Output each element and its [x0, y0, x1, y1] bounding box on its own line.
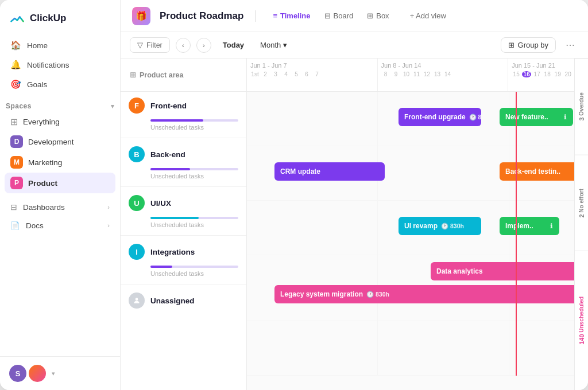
day-8: 8: [381, 71, 390, 77]
tab-board[interactable]: ⊟ Board: [319, 9, 359, 23]
filter-button[interactable]: ▽ Filter: [130, 37, 170, 53]
space-development-label: Development: [28, 138, 74, 146]
task-bar-ui-revamp[interactable]: UI revamp 🕐 830h: [399, 217, 481, 235]
task-ui-revamp-effort: 🕐 830h: [441, 223, 464, 230]
task-bar-crm-update[interactable]: CRM update: [274, 162, 385, 181]
timeline-row-integrations: Data analytics Legacy system migration 🕐…: [247, 255, 588, 321]
spaces-chevron-icon[interactable]: ▾: [111, 103, 114, 110]
task-bar-new-feature[interactable]: New feature.. ℹ: [500, 108, 573, 126]
today-button[interactable]: Today: [217, 38, 250, 52]
day-12: 12: [423, 71, 432, 77]
task-bar-data-analytics[interactable]: Data analytics: [431, 262, 588, 280]
nav-dashboards[interactable]: ⊟ Dashboards ›: [5, 198, 115, 216]
day-14: 14: [443, 71, 452, 77]
sidebar-user-area: S ▾: [0, 356, 120, 390]
group-row-frontend: F Front-end: [121, 92, 246, 116]
group-row-backend: B Back-end: [121, 141, 246, 165]
timeline-left-panel: ⊞ Product area F Front-end Unscheduled t…: [121, 58, 247, 390]
app-name: ClickUp: [30, 13, 66, 24]
group-by-icon: ⊞: [508, 41, 514, 49]
timeline-rows: Front-end upgrade 🕐 830h New feature.. ℹ: [247, 92, 588, 376]
box-tab-label: Box: [376, 11, 389, 20]
task-bar-frontend-upgrade[interactable]: Front-end upgrade 🕐 830h: [399, 108, 481, 126]
today-line: [516, 92, 517, 376]
sidebar-logo: ClickUp: [0, 0, 120, 33]
right-label-overdue: 3 Overdue: [575, 58, 588, 155]
nav-next-button[interactable]: ›: [196, 38, 211, 53]
space-product-label: Product: [28, 179, 57, 188]
spaces-section-title: Spaces ▾: [0, 96, 120, 112]
development-badge: D: [10, 135, 23, 148]
nav-dashboards-label: Dashboards: [23, 203, 65, 212]
space-everything[interactable]: ⊞ Everything: [5, 112, 115, 131]
integrations-avatar: I: [129, 244, 145, 260]
tab-timeline[interactable]: ≡ Timeline: [267, 9, 316, 23]
add-view-button[interactable]: + Add view: [404, 9, 452, 23]
timeline-grid-inner: Jun 1 - Jun 7 1st 2 3 4 5 6 7: [247, 58, 588, 376]
main-content: 🎁 Product Roadmap ≡ Timeline ⊟ Board ⊞ B…: [121, 0, 588, 390]
sidebar-nav: 🏠 Home 🔔 Notifications 🎯 Goals: [0, 33, 120, 96]
nav-goals[interactable]: 🎯 Goals: [5, 75, 115, 94]
product-badge: P: [10, 177, 23, 189]
backend-progress-bar-fill: [150, 168, 190, 170]
uiux-unscheduled: Unscheduled tasks: [121, 220, 246, 233]
month-chevron-icon: ▾: [283, 41, 287, 49]
timeline-row-unassigned: [247, 321, 588, 376]
space-marketing[interactable]: M Marketing: [5, 152, 115, 173]
frontend-group-name: Front-end: [150, 102, 187, 110]
task-backend-testing-label: Back-end testin..: [505, 167, 560, 176]
group-row-unassigned: Unassigned: [121, 287, 246, 311]
marketing-badge: M: [10, 156, 23, 169]
timeline-row-frontend: Front-end upgrade 🕐 830h New feature.. ℹ: [247, 92, 588, 146]
uiux-progress-bar-fill: [150, 217, 199, 219]
frontend-unscheduled: Unscheduled tasks: [121, 123, 246, 135]
timeline-grid: Jun 1 - Jun 7 1st 2 3 4 5 6 7: [247, 58, 588, 390]
space-product[interactable]: P Product: [5, 173, 115, 193]
group-by-button[interactable]: ⊞ Group by: [501, 37, 556, 53]
day-nums-2: 8 9 10 11 12 13 14: [381, 71, 508, 77]
space-everything-label: Everything: [23, 118, 60, 126]
grid-lines-unassigned: [247, 321, 588, 375]
nav-notifications[interactable]: 🔔 Notifications: [5, 55, 115, 75]
nav-docs[interactable]: 📄 Docs ›: [5, 216, 115, 235]
task-implem-label: Implem..: [505, 222, 533, 230]
nav-notifications-label: Notifications: [27, 61, 69, 69]
timeline-tab-label: Timeline: [280, 11, 311, 20]
task-data-analytics-label: Data analytics: [436, 267, 483, 275]
integrations-unscheduled: Unscheduled tasks: [121, 269, 246, 282]
group-row-integrations: I Integrations: [121, 238, 246, 262]
day-5: 5: [292, 71, 301, 77]
more-options-button[interactable]: ⋯: [562, 37, 579, 54]
day-13: 13: [433, 71, 442, 77]
user-avatar-s: S: [9, 365, 26, 382]
backend-avatar: B: [129, 146, 145, 162]
day-nums-1: 1st 2 3 4 5 6 7: [250, 71, 377, 77]
toolbar: ▽ Filter ‹ › Today Month ▾ ⊞ Group by ⋯: [121, 32, 588, 58]
date-header: Jun 1 - Jun 7 1st 2 3 4 5 6 7: [247, 58, 588, 92]
integrations-progress-bar-bg: [150, 266, 238, 268]
right-label-unscheduled: 140 Unscheduled: [575, 251, 588, 390]
week-col-1: Jun 1 - Jun 7 1st 2 3 4 5 6 7: [247, 58, 378, 91]
day-6: 6: [302, 71, 311, 77]
sidebar: ClickUp 🏠 Home 🔔 Notifications 🎯 Goals S…: [0, 0, 121, 390]
everything-icon: ⊞: [10, 116, 18, 127]
integrations-group-name: Integrations: [150, 248, 195, 256]
project-title: Product Roadmap: [160, 10, 243, 22]
docs-expand-icon: ›: [107, 222, 110, 229]
nav-home[interactable]: 🏠 Home: [5, 36, 115, 55]
tab-box[interactable]: ⊞ Box: [361, 9, 394, 23]
group-by-label: Group by: [518, 41, 548, 49]
bell-icon: 🔔: [10, 60, 21, 70]
timeline-column-header: ⊞ Product area: [121, 58, 246, 92]
nav-prev-button[interactable]: ‹: [176, 38, 191, 53]
task-bar-legacy-migration[interactable]: Legacy system migration 🕐 830h: [274, 285, 588, 303]
backend-unscheduled: Unscheduled tasks: [121, 171, 246, 184]
user-menu-chevron-icon[interactable]: ▾: [52, 370, 55, 377]
right-label-no-effort: 2 No effort: [575, 155, 588, 251]
nav-docs-label: Docs: [26, 221, 44, 230]
task-frontend-upgrade-effort: 🕐 830h: [469, 114, 481, 121]
month-selector[interactable]: Month ▾: [256, 38, 292, 52]
dashboards-expand-icon: ›: [107, 204, 110, 210]
task-bar-implem[interactable]: Implem.. ℹ: [500, 217, 559, 235]
space-development[interactable]: D Development: [5, 131, 115, 152]
